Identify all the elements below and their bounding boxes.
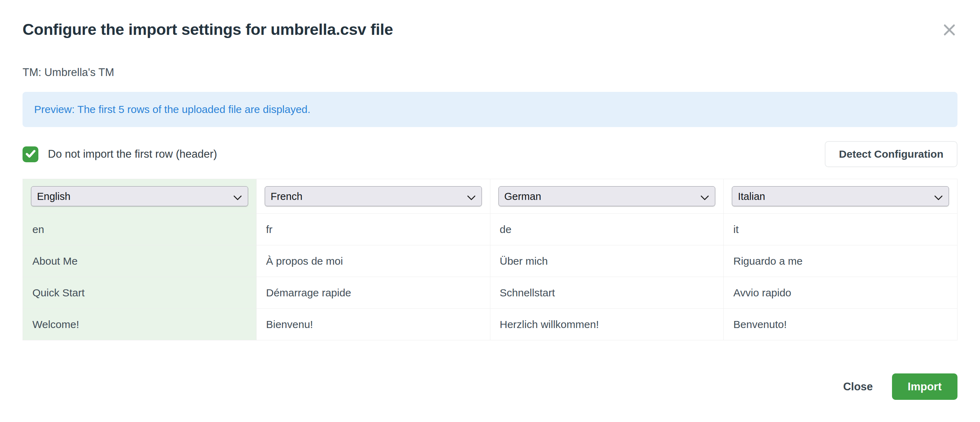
language-select-row: English French: [23, 179, 958, 213]
preview-table: English French: [22, 179, 958, 340]
tm-label: TM: Umbrella's TM: [22, 66, 958, 79]
language-column-header-2: French: [256, 179, 490, 213]
check-icon: [25, 148, 37, 161]
dialog-title: Configure the import settings for umbrel…: [22, 20, 393, 40]
table-cell: Benvenuto!: [724, 309, 958, 340]
table-row: Welcome! Bienvenu! Herzlich willkommen! …: [23, 309, 958, 340]
table-cell: Über mich: [490, 245, 724, 277]
table-cell: it: [724, 213, 958, 245]
close-button[interactable]: [939, 20, 959, 40]
table-cell: en: [23, 213, 257, 245]
language-select-italian[interactable]: Italian: [732, 186, 949, 206]
table-cell: Démarrage rapide: [256, 277, 490, 309]
table-cell: Riguardo a me: [724, 245, 958, 277]
table-row: About Me À propos de moi Über mich Rigua…: [23, 245, 958, 277]
controls-row: Do not import the first row (header) Det…: [22, 141, 958, 167]
language-select-german[interactable]: German: [498, 186, 716, 206]
language-column-header-4: Italian: [724, 179, 958, 213]
table-cell: À propos de moi: [256, 245, 490, 277]
table-cell: Schnellstart: [490, 277, 724, 309]
dialog-footer: Close Import: [22, 373, 958, 400]
table-cell: Welcome!: [23, 309, 257, 340]
table-cell: de: [490, 213, 724, 245]
language-select-french[interactable]: French: [265, 186, 482, 206]
table-cell: Herzlich willkommen!: [490, 309, 724, 340]
table-cell: fr: [256, 213, 490, 245]
table-cell: Bienvenu!: [256, 309, 490, 340]
import-settings-dialog: Configure the import settings for umbrel…: [0, 0, 980, 400]
header-row-checkbox-label: Do not import the first row (header): [48, 148, 217, 161]
table-cell: Avvio rapido: [724, 277, 958, 309]
detect-configuration-button[interactable]: Detect Configuration: [825, 141, 958, 167]
import-button[interactable]: Import: [892, 373, 958, 400]
language-column-header-3: German: [490, 179, 724, 213]
dialog-header: Configure the import settings for umbrel…: [22, 20, 958, 40]
close-text-button[interactable]: Close: [843, 381, 873, 393]
table-row: en fr de it: [23, 213, 958, 245]
header-row-checkbox-group: Do not import the first row (header): [22, 147, 217, 162]
language-select-english[interactable]: English: [31, 186, 248, 206]
header-row-checkbox[interactable]: [22, 147, 38, 162]
preview-banner: Preview: The first 5 rows of the uploade…: [22, 92, 958, 127]
x-icon: [941, 34, 958, 39]
table-cell: About Me: [23, 245, 257, 277]
table-cell: Quick Start: [23, 277, 257, 309]
language-column-header-1: English: [23, 179, 257, 213]
table-row: Quick Start Démarrage rapide Schnellstar…: [23, 277, 958, 309]
preview-banner-text: Preview: The first 5 rows of the uploade…: [34, 104, 310, 115]
